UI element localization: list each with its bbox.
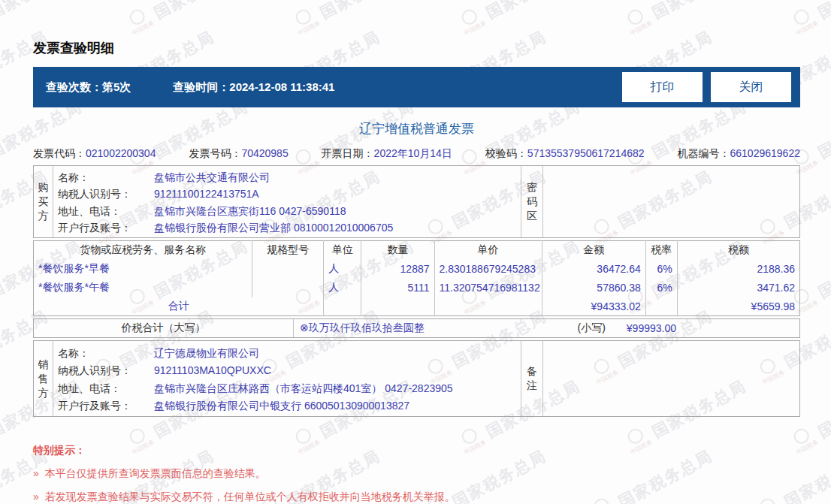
notice-item: »若发现发票查验结果与实际交易不符，任何单位或个人有权拒收并向当地税务机关举报。 — [33, 490, 800, 504]
check-time-label: 查验时间： — [173, 80, 229, 95]
buyer-bank-row: 开户行及账号：盘锦银行股份有限公司营业部 08100012010006705 — [58, 219, 515, 236]
item-row: *餐饮服务*早餐 人 12887 2.830188679245283 36472… — [34, 260, 800, 279]
notice-title: 特别提示： — [33, 444, 800, 457]
toolbar: 查验次数： 第5次 查验时间： 2024-12-08 11:38:41 打印 关… — [33, 67, 800, 107]
seller-side-label: 销售方 — [38, 358, 50, 400]
check-count-value: 第5次 — [102, 80, 131, 95]
buyer-section: 购买方 名称：盘锦市公共交通有限公司 纳税人识别号：91211100122413… — [33, 165, 800, 238]
col-spec: 规格型号 — [252, 241, 324, 260]
grand-total-words: ⊗玖万玖仟玖佰玖拾叁圆整 — [300, 321, 425, 335]
invoice-date: 开票日期：2022年10月14日 — [322, 147, 452, 161]
seller-bank-row: 开户行及账号：盘锦银行股份有限公司中银支行 660050130900013827 — [58, 397, 515, 414]
buyer-left: 购买方 名称：盘锦市公共交通有限公司 纳税人识别号：91211100122413… — [34, 166, 521, 237]
check-time: 查验时间： 2024-12-08 11:38:41 — [173, 80, 334, 95]
col-taxrate: 税率 — [645, 241, 677, 260]
remark-label: 备注 — [526, 364, 538, 393]
close-button[interactable]: 关闭 — [711, 72, 791, 102]
seller-address-row: 地址、电话：盘锦市兴隆台区庄林路西（市客运站四楼401室） 0427-28239… — [58, 380, 515, 397]
col-name: 货物或应税劳务、服务名称 — [34, 241, 252, 260]
remark-content — [543, 341, 799, 416]
seller-left: 销售方 名称：辽宁德晟物业有限公司 纳税人识别号：91211103MA10QPU… — [34, 341, 521, 416]
col-price: 单价 — [434, 241, 542, 260]
invoice-code: 发票代码：021002200304 — [33, 147, 156, 161]
total-label: 合计 — [34, 297, 324, 316]
check-count: 查验次数： 第5次 — [46, 80, 131, 95]
seller-section: 销售方 名称：辽宁德晟物业有限公司 纳税人识别号：91211103MA10QPU… — [33, 340, 800, 417]
buyer-address-row: 地址、电话：盘锦市兴隆台区惠宾街116 0427-6590118 — [58, 203, 515, 219]
item-row: *餐饮服务*午餐 人 5111 11.320754716981132 57860… — [34, 279, 800, 297]
col-qty: 数量 — [361, 241, 434, 260]
password-zone-label-cell: 密码区 — [521, 166, 543, 237]
page-title: 发票查验明细 — [33, 0, 800, 57]
invoice-number: 发票号码：70420985 — [189, 147, 288, 161]
check-count-label: 查验次数： — [46, 80, 102, 95]
col-unit: 单位 — [324, 241, 361, 260]
grand-total-small-label: (小写) — [577, 321, 605, 335]
password-zone-label: 密码区 — [526, 180, 538, 223]
seller-fields: 名称：辽宁德晟物业有限公司 纳税人识别号：91211103MA10QPUXXC … — [53, 341, 521, 416]
seller-name-row: 名称：辽宁德晟物业有限公司 — [58, 345, 515, 361]
items-total-row: 合计 ¥94333.02 ¥5659.98 — [34, 297, 800, 316]
total-tax: ¥5659.98 — [677, 297, 799, 316]
notice-item: »本平台仅提供所查询发票票面信息的查验结果。 — [33, 467, 800, 481]
grand-total-small-value: ¥99993.00 — [627, 322, 676, 334]
items-table: 货物或应税劳务、服务名称 规格型号 单位 数量 单价 金额 税率 税额 *餐饮服… — [33, 240, 800, 316]
machine-number: 机器编号：661029619622 — [678, 147, 800, 161]
bullet-arrow-icon: » — [33, 490, 39, 502]
col-tax: 税额 — [677, 241, 799, 260]
grand-total-rest: ⊗玖万玖仟玖佰玖拾叁圆整 (小写) ¥99993.00 — [294, 321, 799, 335]
buyer-name-row: 名称：盘锦市公共交通有限公司 — [58, 169, 515, 186]
invoice-check-page: 发票查验明细 查验次数： 第5次 查验时间： 2024-12-08 11:38:… — [33, 0, 800, 504]
items-header-row: 货物或应税劳务、服务名称 规格型号 单位 数量 单价 金额 税率 税额 — [34, 241, 800, 260]
buyer-taxid-row: 纳税人识别号：91211100122413751A — [58, 186, 515, 202]
password-zone-content — [543, 166, 799, 237]
invoice-title: 辽宁增值税普通发票 — [33, 120, 800, 137]
grand-total-label: 价税合计（大写） — [34, 319, 294, 337]
col-amount: 金额 — [542, 241, 645, 260]
buyer-side-cell: 购买方 — [34, 166, 53, 237]
check-time-value: 2024-12-08 11:38:41 — [229, 80, 334, 95]
buyer-side-label: 购买方 — [38, 180, 50, 223]
invoice-meta-row: 发票代码：021002200304 发票号码：70420985 开票日期：202… — [33, 147, 800, 161]
buyer-fields: 名称：盘锦市公共交通有限公司 纳税人识别号：91211100122413751A… — [53, 166, 521, 237]
seller-side-cell: 销售方 — [34, 341, 53, 416]
remark-label-cell: 备注 — [521, 341, 543, 416]
total-amount: ¥94333.02 — [542, 297, 645, 316]
toolbar-buttons: 打印 关闭 — [622, 72, 791, 102]
grand-total-row: 价税合计（大写） ⊗玖万玖仟玖佰玖拾叁圆整 (小写) ¥99993.00 — [33, 318, 800, 338]
check-code: 校验码：57135537950617214682 — [485, 147, 645, 161]
print-button[interactable]: 打印 — [622, 72, 703, 102]
seller-taxid-row: 纳税人识别号：91211103MA10QPUXXC — [58, 362, 515, 379]
bullet-arrow-icon: » — [33, 467, 39, 479]
